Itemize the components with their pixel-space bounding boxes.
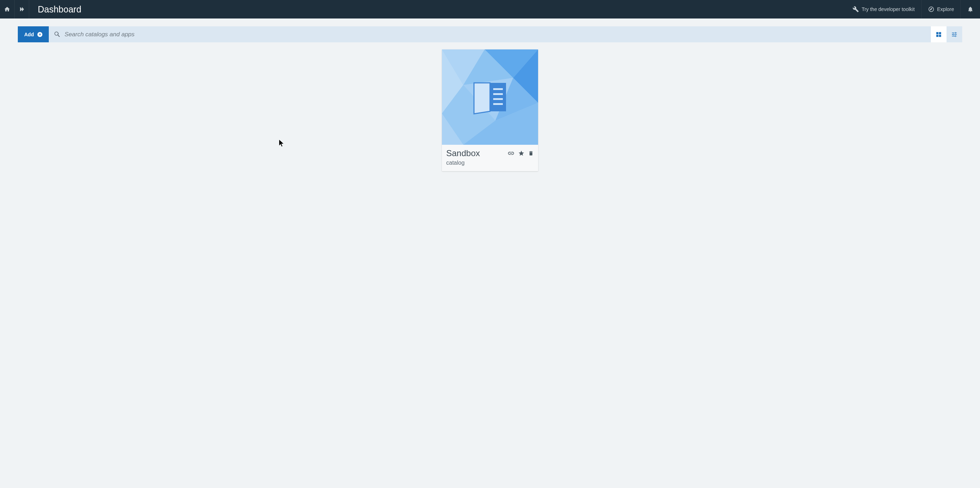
trash-icon[interactable]: [528, 150, 534, 157]
svg-rect-2: [936, 35, 938, 36]
add-button[interactable]: Add +: [18, 26, 49, 42]
card-subtitle: catalog: [446, 160, 534, 166]
toolbar-wrap: Add +: [0, 19, 980, 42]
chevron-double-right-icon: [19, 6, 25, 13]
book-icon: [471, 78, 509, 117]
grid-view-button[interactable]: [931, 26, 947, 42]
grid-icon: [935, 31, 942, 38]
nav-left: Dashboard: [0, 0, 81, 19]
toolbar: Add +: [18, 26, 962, 42]
catalog-card[interactable]: Sandbox catalog: [442, 49, 538, 171]
svg-rect-0: [936, 32, 938, 34]
card-actions: [508, 150, 534, 157]
add-button-label: Add: [24, 32, 34, 37]
svg-rect-14: [493, 88, 503, 90]
try-toolkit-button[interactable]: Try the developer toolkit: [846, 0, 921, 19]
svg-rect-1: [939, 32, 941, 34]
content-area: Sandbox catalog: [0, 42, 980, 178]
page-title: Dashboard: [29, 4, 81, 14]
compass-icon: [928, 6, 934, 13]
explore-button[interactable]: Explore: [921, 0, 961, 19]
home-button[interactable]: [0, 0, 14, 19]
card-body: Sandbox catalog: [442, 145, 538, 171]
settings-view-button[interactable]: [947, 26, 962, 42]
plus-circle-icon: +: [37, 32, 42, 37]
wrench-icon: [853, 6, 859, 13]
try-toolkit-label: Try the developer toolkit: [862, 6, 915, 12]
svg-rect-15: [493, 93, 503, 95]
search-input[interactable]: [64, 31, 926, 38]
navbar: Dashboard Try the developer toolkit Expl…: [0, 0, 980, 19]
svg-rect-16: [493, 98, 503, 100]
search-icon: [54, 31, 61, 38]
nav-right: Try the developer toolkit Explore: [846, 0, 980, 19]
link-icon[interactable]: [508, 151, 515, 156]
bell-icon: [967, 6, 974, 13]
svg-rect-17: [493, 103, 503, 105]
svg-rect-3: [939, 35, 941, 36]
explore-label: Explore: [937, 6, 954, 12]
card-title: Sandbox: [446, 148, 480, 158]
star-icon[interactable]: [518, 150, 525, 157]
view-toggle: [931, 26, 962, 42]
book-icon-wrap: [442, 49, 538, 145]
home-icon: [4, 6, 10, 13]
expand-sidebar-button[interactable]: [14, 0, 29, 19]
card-thumbnail: [442, 49, 538, 145]
card-title-row: Sandbox: [446, 148, 534, 158]
notifications-button[interactable]: [961, 0, 980, 19]
search-area: [49, 26, 931, 42]
sliders-icon: [951, 31, 958, 38]
